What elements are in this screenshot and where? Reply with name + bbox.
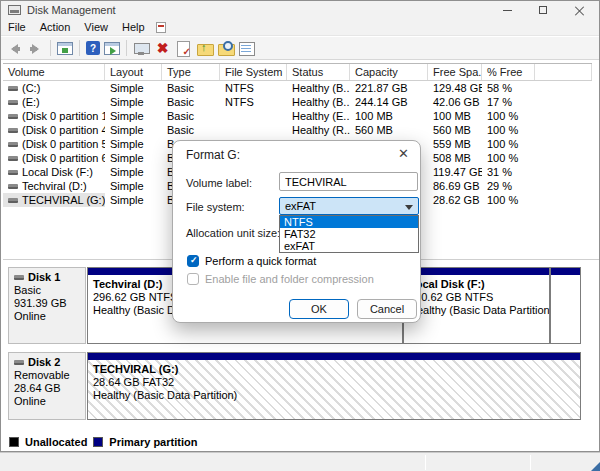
quick-format-checkbox[interactable]	[187, 255, 199, 267]
table-cell: Healthy (B...	[287, 81, 350, 95]
table-cell: 560 MB	[428, 123, 482, 137]
ok-button[interactable]: OK	[289, 299, 349, 319]
dropdown-option-fat32[interactable]: FAT32	[280, 228, 418, 240]
table-cell: Healthy (R...	[287, 123, 350, 137]
dialog-title: Format G:	[186, 148, 240, 162]
details-view-icon[interactable]	[238, 40, 255, 57]
file-system-value: exFAT	[285, 200, 316, 212]
cancel-button[interactable]: Cancel	[357, 299, 417, 319]
dropdown-option-exfat[interactable]: exFAT	[280, 240, 418, 252]
properties-icon[interactable]	[175, 40, 192, 57]
table-cell: 28.62 GB	[428, 193, 482, 207]
disk2-info-panel[interactable]: Disk 2 Removable 28.64 GB Online	[8, 352, 86, 420]
column-header-free[interactable]: % Free	[482, 64, 535, 80]
column-header-free-spa[interactable]: Free Spa...	[428, 64, 482, 80]
explore-icon[interactable]	[217, 40, 234, 57]
menu-action[interactable]: Action	[33, 21, 78, 33]
quick-format-row: Perform a quick format	[187, 255, 316, 267]
console-window-icon[interactable]	[57, 42, 73, 55]
toolbar-separator	[79, 40, 80, 56]
column-header-file-system[interactable]: File System	[220, 64, 287, 80]
unallocated-label: Unallocated	[25, 436, 87, 448]
table-row[interactable]: (C:)SimpleBasicNTFSHealthy (B...221.87 G…	[3, 81, 592, 95]
menu-view[interactable]: View	[77, 21, 115, 33]
column-header-type[interactable]: Type	[162, 64, 220, 80]
status-strip	[0, 452, 600, 471]
column-header-status[interactable]: Status	[287, 64, 350, 80]
partition-small[interactable]	[550, 267, 581, 344]
column-header-capacity[interactable]: Capacity	[350, 64, 428, 80]
compression-label: Enable file and folder compression	[205, 273, 374, 285]
table-cell: 508 MB	[428, 151, 482, 165]
table-cell: 100 MB	[350, 109, 428, 123]
volume-name: (Disk 0 partition 6)	[22, 151, 105, 165]
column-header-volume[interactable]: Volume	[3, 64, 105, 80]
unallocated-swatch	[9, 437, 19, 447]
partition-f-title: Local Disk (F:)	[409, 278, 549, 291]
table-cell: Simple	[105, 193, 162, 207]
table-cell: 129.48 GB	[428, 81, 482, 95]
partition-g[interactable]: TECHVIRAL (G:) 28.64 GB FAT32 Healthy (B…	[87, 352, 581, 420]
volume-icon	[8, 156, 18, 161]
partition-f-health: Healthy (Basic Data Partition)	[409, 304, 549, 317]
close-icon	[575, 6, 584, 15]
delete-volume-icon[interactable]	[154, 40, 171, 57]
file-system-combobox[interactable]: exFAT	[279, 197, 419, 215]
dropdown-option-ntfs[interactable]: NTFS	[280, 216, 418, 228]
volume-icon	[8, 114, 18, 119]
disk1-kind: Basic	[14, 284, 85, 297]
table-row[interactable]: (E:)SimpleBasicNTFSHealthy (B...244.14 G…	[3, 95, 592, 109]
toolbar-separator	[50, 40, 51, 56]
menu-help[interactable]: Help	[115, 21, 152, 33]
close-button[interactable]	[561, 1, 597, 19]
disk1-info-panel[interactable]: Disk 1 Basic 931.39 GB Online	[8, 267, 86, 344]
table-cell: (Disk 0 partition 1)	[3, 109, 105, 123]
disk2-size: 28.64 GB	[14, 382, 85, 395]
maximize-button[interactable]	[525, 1, 561, 19]
help-icon[interactable]	[86, 41, 100, 55]
partition-f[interactable]: Local Disk (F:) 390.62 GB NTFS Healthy (…	[403, 267, 550, 344]
back-icon[interactable]	[6, 40, 23, 57]
maximize-icon	[539, 6, 547, 14]
menu-file[interactable]: File	[1, 21, 33, 33]
table-cell: 221.87 GB	[350, 81, 428, 95]
compression-checkbox[interactable]	[187, 273, 199, 285]
table-cell: Local Disk (F:)	[3, 165, 105, 179]
table-cell: (Disk 0 partition 6)	[3, 151, 105, 165]
column-header-blank	[535, 64, 592, 80]
table-cell: Simple	[105, 137, 162, 151]
volume-label-input[interactable]	[279, 172, 418, 191]
table-cell	[220, 109, 287, 123]
partition-f-size: 390.62 GB NTFS	[409, 291, 549, 304]
monitor-icon[interactable]	[133, 40, 150, 57]
table-row[interactable]: (Disk 0 partition 4)SimpleBasicHealthy (…	[3, 123, 592, 137]
table-cell: 100 %	[482, 109, 535, 123]
table-cell: Simple	[105, 151, 162, 165]
show-console-tree-icon[interactable]	[104, 42, 120, 55]
table-cell: 244.14 GB	[350, 95, 428, 109]
forward-icon[interactable]	[27, 40, 44, 57]
table-cell: 17 %	[482, 95, 535, 109]
table-cell: NTFS	[220, 95, 287, 109]
table-cell: Simple	[105, 179, 162, 193]
toolbar	[1, 37, 599, 60]
volume-icon	[8, 142, 18, 147]
table-cell: (Disk 0 partition 4)	[3, 123, 105, 137]
allocation-unit-label: Allocation unit size:	[186, 227, 280, 239]
table-cell: Simple	[105, 81, 162, 95]
disk-icon	[14, 360, 24, 365]
strip-divider	[425, 455, 426, 470]
open-icon[interactable]	[196, 40, 213, 57]
table-cell: 29 %	[482, 179, 535, 193]
column-header-layout[interactable]: Layout	[105, 64, 162, 80]
dialog-close-button[interactable]: ✕	[398, 146, 409, 161]
table-cell: Basic	[162, 109, 220, 123]
table-cell: 86.69 GB	[428, 179, 482, 193]
table-cell: Healthy (E...	[287, 109, 350, 123]
legend: Unallocated Primary partition	[9, 434, 197, 449]
window-title: Disk Management	[27, 4, 116, 16]
minimize-button[interactable]	[489, 1, 525, 19]
chevron-down-icon	[405, 205, 413, 214]
table-row[interactable]: (Disk 0 partition 1)SimpleBasicHealthy (…	[3, 109, 592, 123]
disk2-name: Disk 2	[28, 356, 60, 369]
